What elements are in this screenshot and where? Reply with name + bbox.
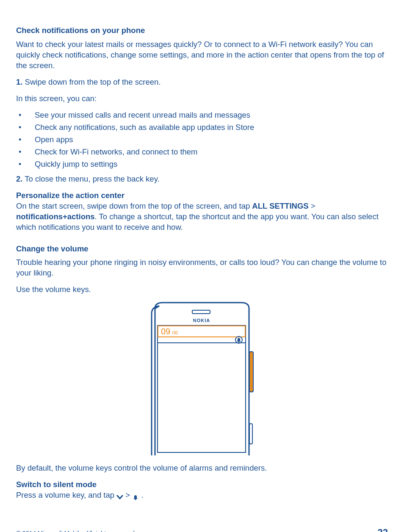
by-default-paragraph: By default, the volume keys control the … xyxy=(16,463,388,474)
use-volume-keys: Use the volume keys. xyxy=(16,284,388,295)
notifications-actions-label: notifications+actions xyxy=(16,212,95,221)
svg-point-6 xyxy=(238,342,239,342)
list-item: See your missed calls and recent unread … xyxy=(16,110,388,121)
svg-rect-1 xyxy=(192,310,210,314)
silent-mode-paragraph: Press a volume key, and tap > . xyxy=(16,490,388,501)
greater-than: > xyxy=(309,201,315,210)
volume-current-value: 09 xyxy=(161,327,170,336)
heading-personalize: Personalize the action center xyxy=(16,190,388,201)
can-line: In this screen, you can: xyxy=(16,94,388,104)
intro-paragraph: Want to check your latest mails or messa… xyxy=(16,39,388,71)
step-1-text: Swipe down from the top of the screen. xyxy=(22,77,160,86)
bullet-list: See your missed calls and recent unread … xyxy=(16,110,388,170)
list-item: Open apps xyxy=(16,135,388,145)
personalize-paragraph: On the start screen, swipe down from the… xyxy=(16,201,388,233)
list-item: Quickly jump to settings xyxy=(16,159,388,170)
all-settings-label: ALL SETTINGS xyxy=(252,201,308,210)
heading-check-notifications: Check notifications on your phone xyxy=(16,25,388,36)
page-number: 22 xyxy=(378,526,388,532)
heading-change-volume: Change the volume xyxy=(16,244,388,254)
svg-rect-3 xyxy=(158,326,245,337)
page-footer: © 2014 Microsoft Mobile. All rights rese… xyxy=(16,526,388,532)
step-1-number: 1. xyxy=(16,77,22,86)
phone-illustration: NOKIA 09 /30 xyxy=(142,301,262,455)
bell-silent-icon xyxy=(132,493,139,499)
side-button xyxy=(249,424,252,444)
silent-text-before: Press a volume key, and tap xyxy=(16,491,116,499)
list-item: Check for Wi-Fi networks, and connect to… xyxy=(16,147,388,157)
svg-rect-2 xyxy=(158,325,246,452)
period: . xyxy=(141,491,143,499)
volume-rocker xyxy=(249,352,253,392)
step-2-number: 2. xyxy=(16,174,22,183)
phone-brand-text: NOKIA xyxy=(193,318,210,323)
svg-point-7 xyxy=(135,499,136,500)
chevron-down-icon xyxy=(116,493,123,499)
volume-intro: Trouble hearing your phone ringing in no… xyxy=(16,257,388,278)
copyright-text: © 2014 Microsoft Mobile. All rights rese… xyxy=(16,529,136,532)
heading-silent-mode: Switch to silent mode xyxy=(16,480,388,490)
personalize-text-before: On the start screen, swipe down from the… xyxy=(16,201,252,210)
volume-max-value: /30 xyxy=(172,331,178,335)
step-1: 1. Swipe down from the top of the screen… xyxy=(16,77,388,88)
list-item: Check any notifications, such as availab… xyxy=(16,122,388,133)
step-2: 2. To close the menu, press the back key… xyxy=(16,174,388,185)
step-2-text: To close the menu, press the back key. xyxy=(22,174,159,183)
greater-than-2: > xyxy=(125,491,132,499)
